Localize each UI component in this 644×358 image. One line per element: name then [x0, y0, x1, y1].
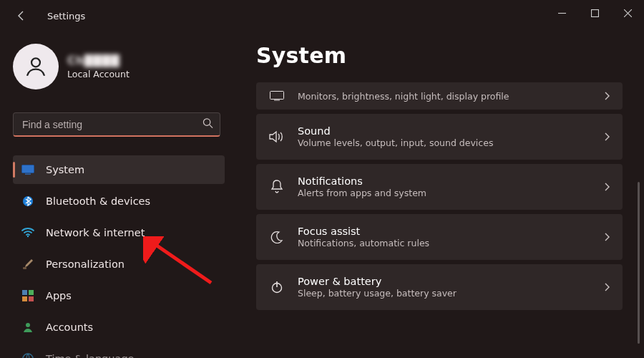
- svg-rect-14: [22, 296, 27, 301]
- bluetooth-icon: [21, 195, 34, 207]
- search-icon: [203, 118, 213, 132]
- sidebar-item-label: Bluetooth & devices: [46, 195, 150, 207]
- card-notifications[interactable]: Notifications Alerts from apps and syste…: [256, 164, 623, 210]
- profile-name: Ch████: [67, 54, 130, 67]
- profile[interactable]: Ch████ Local Account: [13, 44, 225, 90]
- svg-rect-8: [25, 174, 31, 175]
- search-input[interactable]: [13, 112, 220, 137]
- svg-rect-12: [22, 290, 27, 295]
- svg-point-10: [27, 236, 29, 237]
- card-title: Power & battery: [298, 276, 591, 287]
- close-button[interactable]: [611, 0, 644, 26]
- card-display[interactable]: Monitors, brightness, night light, displ…: [256, 82, 623, 110]
- sidebar-item-label: Accounts: [46, 321, 93, 333]
- sidebar-item-system[interactable]: System: [13, 155, 225, 184]
- sidebar-item-label: Apps: [46, 290, 72, 301]
- svg-rect-13: [29, 290, 34, 295]
- svg-point-16: [26, 323, 30, 327]
- scrollbar[interactable]: [638, 182, 640, 344]
- card-subtitle: Volume levels, output, input, sound devi…: [298, 137, 591, 148]
- sidebar-item-label: Network & internet: [46, 227, 145, 238]
- svg-rect-11: [23, 267, 26, 269]
- card-title: Focus assist: [298, 226, 591, 237]
- svg-rect-18: [270, 92, 284, 100]
- card-subtitle: Alerts from apps and system: [298, 188, 591, 198]
- sound-icon: [269, 130, 285, 143]
- svg-point-4: [31, 58, 40, 67]
- svg-rect-15: [29, 296, 34, 301]
- display-icon: [269, 91, 285, 101]
- chevron-right-icon: [604, 231, 610, 244]
- sidebar-item-apps[interactable]: Apps: [13, 281, 225, 310]
- card-title: Notifications: [298, 175, 591, 187]
- apps-icon: [21, 290, 34, 301]
- svg-rect-7: [22, 165, 34, 173]
- page-title: System: [256, 43, 623, 68]
- chevron-right-icon: [604, 130, 610, 144]
- back-button[interactable]: [16, 10, 27, 21]
- chevron-right-icon: [604, 90, 610, 103]
- brush-icon: [21, 258, 34, 270]
- minimize-button[interactable]: [545, 0, 578, 26]
- chevron-right-icon: [604, 180, 610, 194]
- chevron-right-icon: [604, 281, 610, 294]
- sidebar-item-time-language[interactable]: Time & language: [13, 344, 225, 358]
- card-subtitle: Monitors, brightness, night light, displ…: [298, 91, 591, 102]
- avatar: [13, 44, 59, 90]
- sidebar-item-bluetooth[interactable]: Bluetooth & devices: [13, 187, 225, 216]
- card-title: Sound: [298, 125, 591, 137]
- app-title: Settings: [47, 11, 85, 21]
- card-focus-assist[interactable]: Focus assist Notifications, automatic ru…: [256, 214, 623, 260]
- maximize-button[interactable]: [578, 0, 611, 26]
- sidebar-item-network[interactable]: Network & internet: [13, 218, 225, 247]
- globe-icon: [21, 353, 34, 358]
- card-power-battery[interactable]: Power & battery Sleep, battery usage, ba…: [256, 264, 623, 310]
- sidebar-item-accounts[interactable]: Accounts: [13, 313, 225, 342]
- svg-rect-1: [591, 9, 598, 16]
- power-icon: [269, 281, 285, 294]
- sidebar-item-personalization[interactable]: Personalization: [13, 250, 225, 279]
- card-subtitle: Notifications, automatic rules: [298, 238, 591, 248]
- wifi-icon: [21, 228, 34, 238]
- card-sound[interactable]: Sound Volume levels, output, input, soun…: [256, 114, 623, 160]
- card-subtitle: Sleep, battery usage, battery saver: [298, 288, 591, 299]
- bell-icon: [269, 180, 285, 194]
- moon-icon: [269, 231, 285, 243]
- sidebar-item-label: System: [46, 164, 84, 175]
- svg-point-5: [203, 119, 210, 125]
- monitor-icon: [21, 165, 34, 175]
- svg-line-6: [210, 125, 213, 127]
- profile-subtitle: Local Account: [67, 69, 130, 79]
- sidebar-item-label: Personalization: [46, 258, 125, 270]
- sidebar-item-label: Time & language: [46, 353, 135, 358]
- accounts-icon: [21, 321, 34, 333]
